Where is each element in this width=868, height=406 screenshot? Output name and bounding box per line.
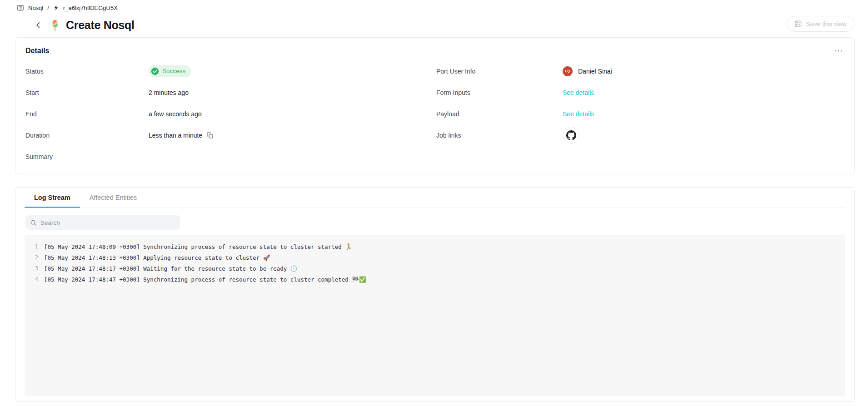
end-label: End — [25, 110, 149, 118]
status-badge: Success — [149, 65, 191, 77]
summary-row: Summary — [25, 146, 436, 167]
search-input[interactable] — [40, 219, 175, 226]
breadcrumb-parent[interactable]: Nosql — [28, 5, 43, 11]
payload-row: Payload See details — [436, 103, 844, 124]
log-line-text: [05 May 2024 17:48:13 +0300] Applying re… — [44, 254, 270, 261]
copy-icon[interactable] — [206, 132, 214, 139]
log-stream-area: 1 [05 May 2024 17:48:09 +0300] Synchroni… — [25, 235, 845, 396]
breadcrumb-separator: / — [47, 5, 49, 11]
log-line-number: 1 — [25, 243, 38, 250]
log-line: 3 [05 May 2024 17:48:17 +0300] Waiting f… — [25, 263, 845, 274]
blueprint-list-icon — [17, 4, 24, 11]
log-card: Log Stream Affected Entities 1 [05 May 2… — [15, 187, 855, 402]
duration-value: Less than a minute — [149, 132, 202, 139]
details-card: Details ⋯ Status Success Port User Info … — [15, 37, 855, 174]
log-line: 1 [05 May 2024 17:48:09 +0300] Synchroni… — [25, 241, 845, 252]
tab-bar: Log Stream Affected Entities — [25, 188, 845, 208]
details-grid: Status Success Port User Info LQ Daniel … — [25, 60, 844, 167]
form-inputs-see-details-link[interactable]: See details — [563, 89, 594, 96]
log-line-text: [05 May 2024 17:48:17 +0300] Waiting for… — [44, 265, 297, 272]
status-row: Status Success — [25, 60, 436, 82]
action-popsicle-icon — [50, 19, 60, 31]
lightning-icon — [53, 5, 59, 11]
details-title: Details — [25, 47, 49, 55]
github-link-button[interactable] — [563, 127, 579, 144]
tab-log-stream[interactable]: Log Stream — [25, 188, 80, 208]
save-view-button[interactable]: Save this view — [787, 16, 854, 32]
log-line-text: [05 May 2024 17:48:47 +0300] Synchronizi… — [44, 276, 366, 283]
log-line-number: 4 — [25, 276, 38, 282]
job-links-row: Job links — [436, 124, 844, 146]
top-bar: Nosql / r_a6lxj7hIlDEGgU5X Create — [0, 0, 868, 34]
save-floppy-icon — [794, 20, 802, 28]
check-circle-icon — [151, 67, 159, 75]
start-value: 2 minutes ago — [149, 89, 189, 96]
port-user-label: Port User Info — [436, 68, 563, 75]
form-inputs-row: Form Inputs See details — [436, 82, 844, 103]
title-row: Create Nosql — [32, 16, 868, 34]
port-user-row: Port User Info LQ Daniel Sinai — [436, 60, 844, 82]
user-avatar: LQ — [563, 66, 573, 76]
log-line-number: 2 — [25, 254, 38, 261]
user-name: Daniel Sinai — [578, 68, 612, 75]
tab-affected-entities[interactable]: Affected Entities — [80, 188, 147, 208]
status-label: Status — [25, 68, 149, 75]
status-badge-label: Success — [162, 68, 185, 74]
log-line-text: [05 May 2024 17:48:09 +0300] Synchronizi… — [44, 243, 352, 250]
duration-row: Duration Less than a minute — [25, 124, 436, 146]
github-icon — [566, 130, 576, 140]
breadcrumb: Nosql / r_a6lxj7hIlDEGgU5X — [17, 4, 868, 11]
form-inputs-label: Form Inputs — [436, 89, 563, 96]
end-row: End a few seconds ago — [25, 103, 436, 124]
empty-cell — [436, 146, 844, 167]
start-label: Start — [25, 89, 149, 96]
search-icon — [30, 219, 37, 226]
page-title: Create Nosql — [66, 19, 135, 32]
payload-label: Payload — [436, 110, 563, 118]
start-row: Start 2 minutes ago — [25, 82, 436, 103]
duration-label: Duration — [25, 132, 149, 139]
summary-label: Summary — [25, 153, 149, 160]
back-button[interactable] — [32, 19, 44, 31]
payload-see-details-link[interactable]: See details — [563, 110, 594, 118]
end-value: a few seconds ago — [149, 110, 202, 118]
job-links-label: Job links — [436, 132, 563, 139]
log-line: 4 [05 May 2024 17:48:47 +0300] Synchroni… — [25, 274, 845, 285]
log-line-number: 3 — [25, 265, 38, 272]
log-line: 2 [05 May 2024 17:48:13 +0300] Applying … — [25, 252, 845, 263]
save-view-label: Save this view — [806, 20, 847, 28]
details-menu-button[interactable]: ⋯ — [833, 49, 844, 53]
breadcrumb-run-id[interactable]: r_a6lxj7hIlDEGgU5X — [63, 5, 118, 11]
log-search-box — [25, 215, 180, 230]
